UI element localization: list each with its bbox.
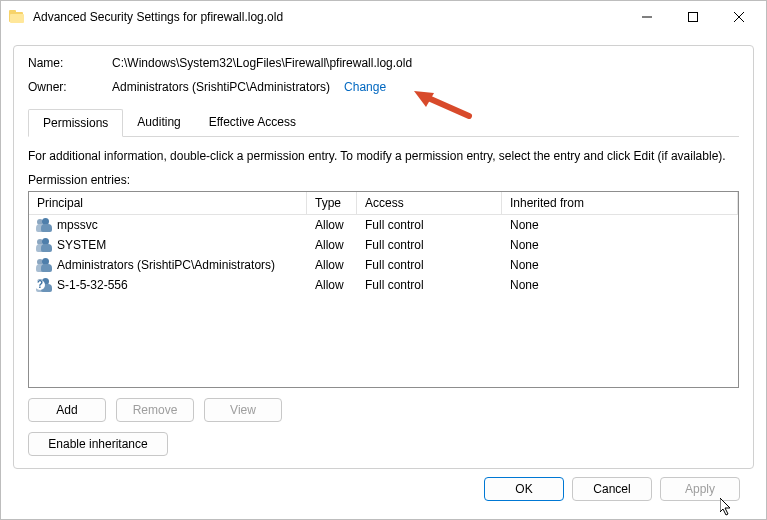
cell-access: Full control: [357, 236, 502, 254]
ok-button[interactable]: OK: [484, 477, 564, 501]
view-button[interactable]: View: [204, 398, 282, 422]
entry-buttons: Add Remove View: [28, 398, 739, 422]
minimize-button[interactable]: [624, 2, 670, 32]
owner-label: Owner:: [28, 80, 112, 94]
group-icon: [37, 258, 53, 272]
change-owner-link[interactable]: Change: [344, 80, 386, 94]
add-button[interactable]: Add: [28, 398, 106, 422]
principal-text: Administrators (SrishtiPC\Administrators…: [57, 258, 275, 272]
window-controls: [624, 2, 762, 32]
cell-type: Allow: [307, 256, 357, 274]
col-access[interactable]: Access: [357, 192, 502, 214]
permission-table: Principal Type Access Inherited from mps…: [28, 191, 739, 388]
cell-type: Allow: [307, 236, 357, 254]
table-row[interactable]: SYSTEMAllowFull controlNone: [29, 235, 738, 255]
tab-strip: Permissions Auditing Effective Access: [28, 108, 739, 137]
principal-text: S-1-5-32-556: [57, 278, 128, 292]
apply-button[interactable]: Apply: [660, 477, 740, 501]
titlebar: Advanced Security Settings for pfirewall…: [1, 1, 766, 33]
principal-text: mpssvc: [57, 218, 98, 232]
owner-row: Owner: Administrators (SrishtiPC\Adminis…: [28, 80, 739, 94]
col-principal[interactable]: Principal: [29, 192, 307, 214]
folder-icon: [9, 10, 25, 24]
cell-type: Allow: [307, 216, 357, 234]
cell-principal: SYSTEM: [29, 236, 307, 254]
cell-principal: mpssvc: [29, 216, 307, 234]
permission-entries-label: Permission entries:: [28, 173, 739, 187]
col-type[interactable]: Type: [307, 192, 357, 214]
cell-access: Full control: [357, 276, 502, 294]
name-value: C:\Windows\System32\LogFiles\Firewall\pf…: [112, 56, 412, 70]
table-header: Principal Type Access Inherited from: [29, 192, 738, 215]
cell-access: Full control: [357, 216, 502, 234]
content-area: Name: C:\Windows\System32\LogFiles\Firew…: [1, 33, 766, 519]
cell-type: Allow: [307, 276, 357, 294]
enable-inheritance-button[interactable]: Enable inheritance: [28, 432, 168, 456]
group-icon: [37, 238, 53, 252]
close-button[interactable]: [716, 2, 762, 32]
inheritance-row: Enable inheritance: [28, 432, 739, 456]
remove-button[interactable]: Remove: [116, 398, 194, 422]
info-text: For additional information, double-click…: [28, 149, 739, 163]
group-icon: [37, 218, 53, 232]
owner-value: Administrators (SrishtiPC\Administrators…: [112, 80, 330, 94]
name-label: Name:: [28, 56, 112, 70]
cell-inherited: None: [502, 256, 738, 274]
cell-inherited: None: [502, 216, 738, 234]
cancel-button[interactable]: Cancel: [572, 477, 652, 501]
table-row[interactable]: mpssvcAllowFull controlNone: [29, 215, 738, 235]
col-inherited[interactable]: Inherited from: [502, 192, 738, 214]
cell-principal: Administrators (SrishtiPC\Administrators…: [29, 256, 307, 274]
tab-auditing[interactable]: Auditing: [123, 109, 194, 137]
window-title: Advanced Security Settings for pfirewall…: [33, 10, 283, 24]
cell-inherited: None: [502, 276, 738, 294]
name-row: Name: C:\Windows\System32\LogFiles\Firew…: [28, 56, 739, 70]
svg-rect-1: [689, 13, 698, 22]
maximize-button[interactable]: [670, 2, 716, 32]
tab-permissions[interactable]: Permissions: [28, 109, 123, 137]
table-body: mpssvcAllowFull controlNoneSYSTEMAllowFu…: [29, 215, 738, 295]
security-settings-window: Advanced Security Settings for pfirewall…: [0, 0, 767, 520]
cell-access: Full control: [357, 256, 502, 274]
tab-effective-access[interactable]: Effective Access: [195, 109, 310, 137]
main-panel: Name: C:\Windows\System32\LogFiles\Firew…: [13, 45, 754, 469]
principal-text: SYSTEM: [57, 238, 106, 252]
table-row[interactable]: Administrators (SrishtiPC\Administrators…: [29, 255, 738, 275]
unknown-principal-icon: ?: [37, 278, 53, 292]
cell-inherited: None: [502, 236, 738, 254]
dialog-footer: OK Cancel Apply: [13, 469, 754, 511]
cell-principal: ?S-1-5-32-556: [29, 276, 307, 294]
table-row[interactable]: ?S-1-5-32-556AllowFull controlNone: [29, 275, 738, 295]
